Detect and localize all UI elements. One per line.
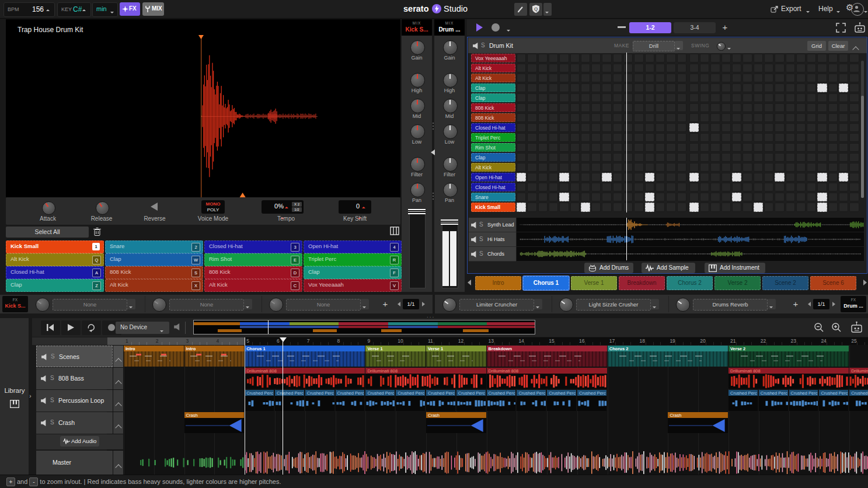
perc-clip[interactable]: Crushed Perc [849,390,868,411]
step-cell[interactable] [538,133,548,142]
pattern-play-button[interactable] [472,22,487,33]
fx-knob-0[interactable] [442,298,456,312]
step-cell[interactable] [796,183,806,191]
loop-button[interactable] [82,320,101,335]
scene-button-scene-6[interactable]: Scene 6 [810,276,856,290]
step-cell[interactable] [613,143,622,152]
step-cell[interactable] [742,74,752,82]
step-cell[interactable] [527,163,536,172]
step-cell[interactable] [764,193,773,201]
step-cell[interactable] [538,123,548,132]
step-cell[interactable] [570,193,580,201]
step-cell[interactable] [549,103,558,112]
step-cell[interactable] [559,113,569,122]
step-cell[interactable] [538,93,548,102]
step-cell[interactable] [721,203,731,211]
step-cell[interactable] [645,113,654,122]
step-cell[interactable] [796,123,806,132]
fx-add-button[interactable]: + [791,298,800,310]
step-cell[interactable] [742,113,752,122]
step-cell[interactable] [559,133,569,142]
step-cell[interactable] [656,54,665,62]
step-cell[interactable] [817,54,827,62]
track-mute-icon[interactable] [41,354,47,360]
step-cell[interactable] [828,93,838,102]
step-cell[interactable] [828,74,838,82]
step-cell[interactable] [754,163,763,172]
step-cell[interactable] [666,143,675,152]
step-cell[interactable] [849,64,859,72]
step-cell[interactable] [786,153,795,162]
step-cell[interactable] [591,93,601,102]
step-cell[interactable] [817,193,827,201]
step-cell[interactable] [742,133,752,142]
add-instrument-button[interactable]: Add Instrument [705,263,765,273]
make-style-dropdown[interactable]: Drill [633,41,675,51]
step-cell[interactable] [710,173,720,182]
fx-slot-dropdown-2[interactable]: Drums Reverb [693,299,768,311]
step-cell[interactable] [613,203,622,211]
fx-add-button[interactable]: + [381,298,390,310]
step-cell[interactable] [839,173,848,182]
step-cell[interactable] [817,163,827,172]
pad-alt-kick[interactable]: Alt KickC [204,279,302,292]
step-cell[interactable] [721,93,731,102]
step-cell[interactable] [817,143,827,152]
track-collapse-cell[interactable] [113,412,123,434]
step-cell[interactable] [581,54,590,62]
step-cell[interactable] [517,113,526,122]
step-cell[interactable] [559,103,569,112]
step-cell[interactable] [517,143,526,152]
seq-row-label-4[interactable]: Clap [471,93,515,102]
step-cell[interactable] [807,183,816,191]
user-avatar[interactable] [851,3,864,16]
step-cell[interactable] [549,113,558,122]
step-cell[interactable] [559,163,569,172]
step-cell[interactable] [732,163,741,172]
step-cell[interactable] [634,103,643,112]
step-cell[interactable] [828,133,838,142]
fx-knob-1[interactable] [559,298,573,312]
step-cell[interactable] [742,173,752,182]
step-cell[interactable] [721,153,731,162]
step-cell[interactable] [764,153,773,162]
step-cell[interactable] [700,123,709,132]
step-cell[interactable] [828,153,838,162]
step-cell[interactable] [817,123,827,132]
step-cell[interactable] [570,54,580,62]
step-cell[interactable] [517,93,526,102]
swing-caret[interactable] [727,44,732,48]
step-cell[interactable] [623,103,633,112]
scene-button-breakdown[interactable]: Breakdown [619,276,665,290]
mixer-knob-gain[interactable] [443,40,458,55]
step-cell[interactable] [666,133,675,142]
step-cell[interactable] [775,74,784,82]
add-audio-button[interactable]: Add Audio [60,436,99,447]
step-cell[interactable] [710,143,720,152]
step-cell[interactable] [775,193,784,201]
step-cell[interactable] [602,123,611,132]
step-cell[interactable] [732,133,741,142]
step-cell[interactable] [689,123,699,132]
step-cell[interactable] [710,193,720,201]
step-cell[interactable] [849,103,859,112]
track-mute-icon[interactable] [471,236,477,242]
step-cell[interactable] [710,153,720,162]
perc-clip[interactable]: Crushed Perc [396,390,425,411]
step-cell[interactable] [721,123,731,132]
timeline-track-header-scenes[interactable]: SScenes [36,346,113,367]
step-cell[interactable] [656,123,665,132]
step-cell[interactable] [817,83,827,92]
step-cell[interactable] [732,173,741,182]
step-cell[interactable] [591,193,601,201]
grid-button[interactable]: Grid [807,41,826,51]
quantize-shield-button[interactable]: Q [529,3,542,16]
step-cell[interactable] [817,153,827,162]
tempo-stepper[interactable] [285,203,291,211]
step-cell[interactable] [689,143,699,152]
step-cell[interactable] [754,193,763,201]
step-cell[interactable] [581,64,590,72]
step-cell[interactable] [591,103,601,112]
step-cell[interactable] [623,113,633,122]
step-cell[interactable] [623,143,633,152]
